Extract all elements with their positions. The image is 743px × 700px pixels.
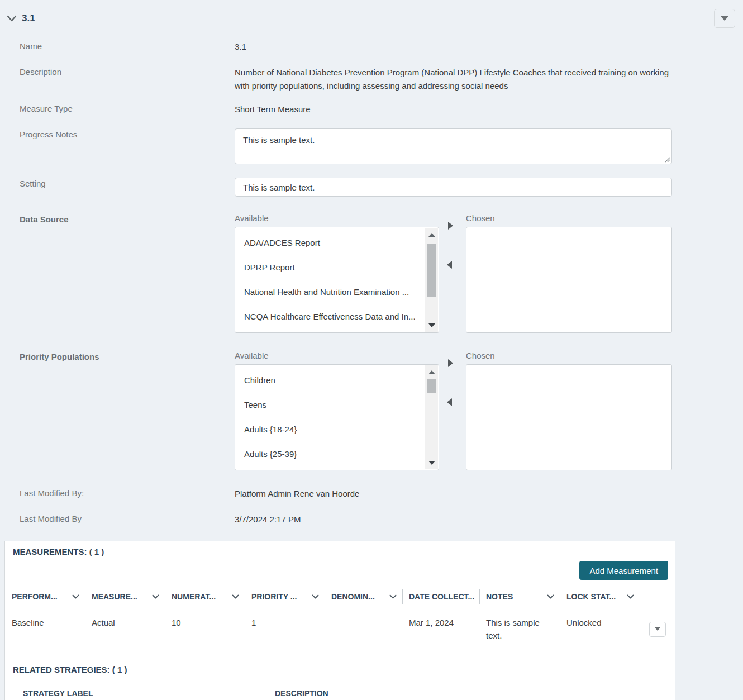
chevron-down-icon (152, 594, 159, 599)
list-item[interactable]: Teens (235, 393, 439, 417)
related-strategies-table-header: STRATEGY LABEL DESCRIPTION (5, 682, 675, 700)
textarea-resize-handle-icon[interactable] (664, 156, 670, 163)
triangle-up-icon (428, 370, 435, 374)
measurements-table-header: PERFORM... MEASURE... NUMERAT... PRIORIT… (5, 587, 675, 607)
measurements-heading: MEASUREMENTS: ( 1 ) (5, 541, 675, 556)
data-source-available-label: Available (235, 213, 439, 223)
column-header-label: DATE COLLECT... (409, 592, 474, 601)
scroll-up-button[interactable] (425, 229, 438, 240)
cell-lock-status: Unlocked (560, 607, 640, 651)
measurement-table-row: Baseline Actual 10 1 Mar 1, 2024 This is… (5, 607, 675, 651)
scrollbar[interactable] (425, 365, 438, 469)
column-header-label: DENOMIN... (331, 592, 375, 601)
column-header-description: DESCRIPTION (269, 682, 675, 700)
row-menu-button[interactable] (649, 622, 666, 637)
measurements-panel: MEASUREMENTS: ( 1 ) Add Measurement PERF… (4, 541, 675, 700)
setting-input[interactable] (235, 178, 672, 197)
column-header-numerator[interactable]: NUMERAT... (165, 587, 245, 607)
progress-notes-textarea[interactable]: This is sample text. (235, 128, 672, 164)
progress-notes-label: Progress Notes (20, 128, 235, 139)
move-to-available-button[interactable] (447, 398, 452, 406)
name-value: 3.1 (235, 40, 672, 54)
header-menu-button[interactable] (714, 9, 735, 28)
list-item[interactable]: DPRP Report (235, 255, 439, 280)
cell-numerator: 10 (165, 607, 245, 651)
column-header-label: MEASURE... (92, 592, 137, 601)
related-strategies-heading: RELATED STRATEGIES: ( 1 ) (5, 651, 675, 682)
list-item[interactable]: Adults {25-39} (235, 442, 439, 466)
column-header-priority[interactable]: PRIORITY ... (245, 587, 325, 607)
list-item[interactable]: Adults {18-24} (235, 417, 439, 442)
collapse-chevron-icon[interactable] (7, 15, 17, 22)
cell-measure: Actual (85, 607, 165, 651)
cell-denominator (325, 607, 402, 651)
list-item[interactable]: National Health and Nutrition Examinatio… (235, 280, 439, 304)
field-row-description: Description Number of National Diabetes … (20, 66, 743, 93)
column-header-lock-status[interactable]: LOCK STAT... (560, 587, 640, 607)
cell-priority: 1 (245, 607, 325, 651)
field-row-last-modified-by-date: Last Modified By 3/7/2024 2:17 PM (20, 513, 743, 526)
move-to-chosen-button[interactable] (448, 359, 453, 367)
cell-performance: Baseline (5, 607, 85, 651)
chevron-down-icon (627, 594, 634, 599)
scroll-down-button[interactable] (425, 320, 438, 331)
name-label: Name (20, 40, 235, 51)
list-item[interactable]: Children (235, 368, 439, 393)
measure-type-label: Measure Type (20, 103, 235, 113)
field-row-name: Name 3.1 (20, 40, 743, 54)
priority-populations-available-listbox[interactable]: Children Teens Adults {18-24} Adults {25… (235, 364, 439, 470)
column-header-label: PERFORM... (12, 592, 58, 601)
chevron-down-icon (72, 594, 79, 599)
list-item[interactable]: ADA/ADCES Report (235, 231, 439, 255)
data-source-available-listbox[interactable]: ADA/ADCES Report DPRP Report National He… (235, 227, 439, 333)
triangle-down-icon (428, 323, 435, 327)
data-source-label: Data Source (20, 213, 235, 224)
description-value: Number of National Diabetes Prevention P… (235, 66, 672, 93)
field-row-measure-type: Measure Type Short Term Measure (20, 103, 743, 116)
last-modified-by-user-value: Platform Admin Rene van Hoorde (235, 487, 672, 501)
scrollbar-thumb[interactable] (427, 244, 436, 297)
setting-label: Setting (20, 178, 235, 188)
priority-populations-chosen-label: Chosen (466, 351, 672, 360)
last-modified-by-user-label: Last Modified By: (20, 487, 235, 498)
move-to-available-button[interactable] (447, 261, 452, 269)
priority-populations-available-label: Available (235, 351, 439, 360)
caret-down-icon (655, 627, 660, 631)
column-header-label: LOCK STAT... (566, 592, 616, 601)
field-row-priority-populations: Priority Populations Available Children … (20, 351, 743, 470)
column-header-label: NUMERAT... (172, 592, 216, 601)
column-header-denominator[interactable]: DENOMIN... (325, 587, 402, 607)
priority-populations-chosen-listbox[interactable] (466, 364, 672, 470)
scrollbar[interactable] (425, 228, 438, 332)
scroll-up-button[interactable] (425, 366, 438, 378)
measure-detail-form: Name 3.1 Description Number of National … (0, 40, 743, 526)
measure-type-value: Short Term Measure (235, 103, 672, 116)
scrollbar-thumb[interactable] (427, 379, 436, 393)
chevron-down-icon (312, 594, 319, 599)
chevron-down-icon (232, 594, 239, 599)
column-header-notes[interactable]: NOTES (479, 587, 560, 607)
caret-down-icon (721, 16, 728, 21)
add-measurement-button[interactable]: Add Measurement (579, 561, 668, 580)
triangle-down-icon (428, 461, 435, 465)
scroll-down-button[interactable] (425, 457, 438, 468)
cell-notes: This is sample text. (479, 607, 560, 651)
column-header-performance[interactable]: PERFORM... (5, 587, 85, 607)
page-header: 3.1 (0, 0, 743, 28)
field-row-data-source: Data Source Available ADA/ADCES Report D… (20, 213, 743, 333)
field-row-last-modified-by-user: Last Modified By: Platform Admin Rene va… (20, 487, 743, 501)
description-label: Description (20, 66, 235, 77)
data-source-chosen-label: Chosen (466, 213, 672, 223)
move-to-chosen-button[interactable] (448, 222, 453, 230)
column-header-date-collected[interactable]: DATE COLLECT... (402, 587, 479, 607)
field-row-setting: Setting (20, 178, 743, 197)
column-header-strategy-label: STRATEGY LABEL (5, 682, 269, 700)
last-modified-by-date-label: Last Modified By (20, 513, 235, 523)
page-title: 3.1 (22, 13, 35, 24)
data-source-chosen-listbox[interactable] (466, 227, 672, 333)
column-header-actions (640, 587, 675, 607)
triangle-up-icon (428, 233, 435, 237)
column-header-measure[interactable]: MEASURE... (85, 587, 165, 607)
chevron-down-icon (547, 594, 554, 599)
list-item[interactable]: NCQA Healthcare Effectiveness Data and I… (235, 304, 439, 329)
